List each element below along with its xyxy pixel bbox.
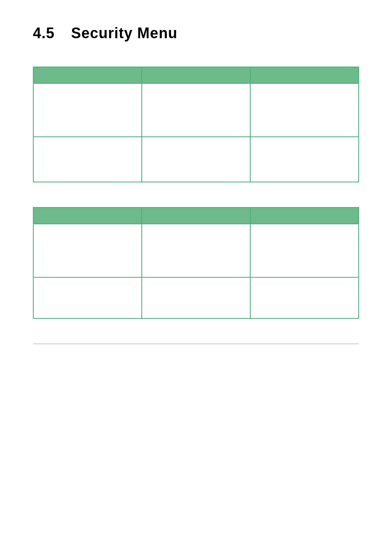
table-1-row2-col3 xyxy=(250,137,359,182)
table-2-row2-col2 xyxy=(142,277,250,318)
section-number: 4.5 xyxy=(33,25,55,41)
table-1-header-row xyxy=(33,67,359,83)
table-2-header-col-2 xyxy=(142,207,250,224)
table-2-header-col-3 xyxy=(250,207,359,224)
table-2-row1-col3 xyxy=(250,224,359,277)
table-1-row1-col1 xyxy=(33,83,142,137)
table-2-row1-col1 xyxy=(33,224,142,277)
table-1-container xyxy=(33,67,359,182)
page-title: 4.5Security Menu xyxy=(33,25,359,42)
table-row xyxy=(33,83,359,137)
table-1-row2-col1 xyxy=(33,137,142,182)
table-row xyxy=(33,224,359,277)
table-row xyxy=(33,277,359,318)
table-2-row2-col1 xyxy=(33,277,142,318)
table-2-header-row xyxy=(33,207,359,224)
table-1-row1-col2 xyxy=(142,83,250,137)
table-2 xyxy=(33,207,359,319)
table-1-row1-col3 xyxy=(250,83,359,137)
table-1-row2-col2 xyxy=(142,137,250,182)
table-1-header-col-3 xyxy=(250,67,359,83)
table-1-header-col-2 xyxy=(142,67,250,83)
table-2-row1-col2 xyxy=(142,224,250,277)
page-divider xyxy=(33,343,359,344)
table-row xyxy=(33,137,359,182)
table-2-header-col-1 xyxy=(33,207,142,224)
table-2-row2-col3 xyxy=(250,277,359,318)
section-title: Security Menu xyxy=(71,25,178,41)
table-2-container xyxy=(33,207,359,319)
table-1-header-col-1 xyxy=(33,67,142,83)
table-1 xyxy=(33,67,359,182)
